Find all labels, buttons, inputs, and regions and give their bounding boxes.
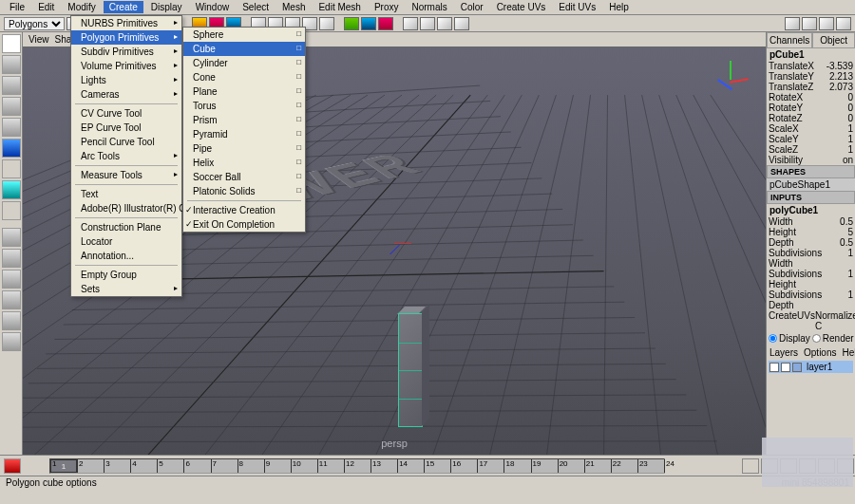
menu-proxy[interactable]: Proxy [369,1,405,13]
channel-box-icon[interactable] [802,17,817,30]
tab-channels[interactable]: Channels [767,32,812,48]
module-selector[interactable]: Polygons [4,17,65,30]
menu-display[interactable]: Display [145,1,188,13]
layers-menu-options[interactable]: Options [804,347,836,358]
channel-rotatez[interactable]: RotateZ0 [767,113,855,123]
menuitem-construction-plane[interactable]: Construction Plane [71,220,181,234]
ipr-icon[interactable] [344,17,359,30]
tool-settings-icon[interactable] [836,17,851,30]
menuitem-prism[interactable]: Prism [183,113,305,127]
layer-row[interactable]: layer1 [769,361,853,373]
outliner-icon[interactable] [420,17,435,30]
rotate-tool[interactable] [2,97,21,116]
selected-polycube[interactable] [398,313,423,427]
menuitem-interactive-creation[interactable]: Interactive Creation [183,203,305,217]
menuitem-ep-curve-tool[interactable]: EP Curve Tool [71,121,181,135]
menuitem-locator[interactable]: Locator [71,234,181,249]
channel-translatez[interactable]: TranslateZ2.073 [767,82,855,92]
attr-depth[interactable]: Depth0.5 [767,237,855,248]
menuitem-torus[interactable]: Torus [183,99,305,113]
menuitem-cone[interactable]: Cone [183,70,305,84]
menuitem-cube[interactable]: Cube [183,42,305,56]
scale-tool[interactable] [2,118,21,137]
menuitem-cameras[interactable]: Cameras [71,87,181,102]
polygon-primitives-submenu[interactable]: SphereCubeCylinderConePlaneTorusPrismPyr… [182,27,306,233]
layer-color-swatch[interactable] [792,363,802,372]
menu-file[interactable]: File [4,1,30,13]
tab-object[interactable]: Object [812,32,855,48]
layer-visible-toggle[interactable] [770,363,779,372]
display-radio[interactable]: Display [769,333,810,344]
attr-height[interactable]: Height5 [767,227,855,237]
layer-name[interactable]: layer1 [804,362,832,372]
input-node[interactable]: polyCube1 [767,204,855,216]
render-icon[interactable] [361,17,376,30]
move-tool[interactable] [2,76,21,95]
script-editor-icon[interactable] [454,17,469,30]
create-menu-dropdown[interactable]: NURBS PrimitivesPolygon PrimitivesSubdiv… [70,15,182,297]
channel-scalex[interactable]: ScaleX1 [767,123,855,134]
lasso-tool[interactable] [2,55,21,74]
menuitem-measure-tools[interactable]: Measure Tools [71,168,181,182]
persp-graph-layout[interactable] [2,290,21,309]
menuitem-arc-tools[interactable]: Arc Tools [71,149,181,163]
menuitem-cylinder[interactable]: Cylinder [183,56,305,70]
menu-edit-uvs[interactable]: Edit UVs [553,1,601,13]
last-tool[interactable] [2,201,21,220]
menuitem-pencil-curve-tool[interactable]: Pencil Curve Tool [71,135,181,149]
soft-mod-tool[interactable] [2,159,21,178]
node-name[interactable]: pCube1 [767,48,855,61]
menuitem-nurbs-primitives[interactable]: NURBS Primitives [71,16,181,30]
four-view-layout[interactable] [2,249,21,268]
layers-menu-layers[interactable]: Layers [770,347,798,358]
menuitem-platonic-solids[interactable]: Platonic Solids [183,184,305,198]
persp-hyper-layout[interactable] [2,332,21,351]
menu-select[interactable]: Select [237,1,275,13]
layer-type-toggle[interactable] [781,363,790,372]
attr-subdivisions-height[interactable]: Subdivisions Height1 [767,269,855,289]
menuitem-exit-on-completion[interactable]: Exit On Completion [183,217,305,232]
menuitem-cv-curve-tool[interactable]: CV Curve Tool [71,106,181,121]
panel-menu-view[interactable]: View [28,34,49,45]
attribute-editor-icon[interactable] [819,17,834,30]
menuitem-pyramid[interactable]: Pyramid [183,127,305,141]
attr-subdivisions-width[interactable]: Subdivisions Width1 [767,248,855,269]
menu-normals[interactable]: Normals [406,1,452,13]
channel-scaley[interactable]: ScaleY1 [767,134,855,144]
goto-start-icon[interactable] [742,458,759,474]
time-slider[interactable]: 1 12345678910111213141516171819202122232… [0,455,855,476]
menuitem-text[interactable]: Text [71,187,181,201]
single-persp-layout[interactable] [2,228,21,247]
menuitem-empty-group[interactable]: Empty Group [71,268,181,282]
menuitem-lights[interactable]: Lights [71,73,181,87]
menu-create-uvs[interactable]: Create UVs [491,1,552,13]
show-manip-tool[interactable] [2,180,21,199]
channel-rotatey[interactable]: RotateY0 [767,103,855,113]
channel-scalez[interactable]: ScaleZ1 [767,144,855,155]
manip-tool[interactable] [2,139,21,158]
snap-surface-icon[interactable] [319,17,334,30]
menuitem-polygon-primitives[interactable]: Polygon Primitives [71,30,181,45]
menuitem-pipe[interactable]: Pipe [183,141,305,156]
layers-menu-help[interactable]: Help [842,347,855,358]
menu-help[interactable]: Help [603,1,635,13]
channel-translatex[interactable]: TranslateX-3.539 [767,61,855,71]
hypershade-layout[interactable] [2,311,21,330]
menuitem-sphere[interactable]: Sphere [183,28,305,42]
timeline-ruler[interactable]: 1 12345678910111213141516171819202122232… [49,458,665,474]
menu-window[interactable]: Window [190,1,236,13]
channel-translatey[interactable]: TranslateY2.213 [767,71,855,82]
graph-editor-icon[interactable] [437,17,452,30]
layout-icon[interactable] [785,17,800,30]
channel-rotatex[interactable]: RotateX0 [767,92,855,103]
menuitem-plane[interactable]: Plane [183,84,305,99]
menuitem-annotation-[interactable]: Annotation... [71,249,181,263]
menuitem-volume-primitives[interactable]: Volume Primitives [71,59,181,73]
menu-color[interactable]: Color [455,1,489,13]
render-globals-icon[interactable] [378,17,393,30]
menu-mesh[interactable]: Mesh [276,1,311,13]
persp-outliner-layout[interactable] [2,270,21,289]
menu-create[interactable]: Create [104,1,143,13]
menuitem-subdiv-primitives[interactable]: Subdiv Primitives [71,45,181,59]
shape-node[interactable]: pCubeShape1 [767,178,855,191]
